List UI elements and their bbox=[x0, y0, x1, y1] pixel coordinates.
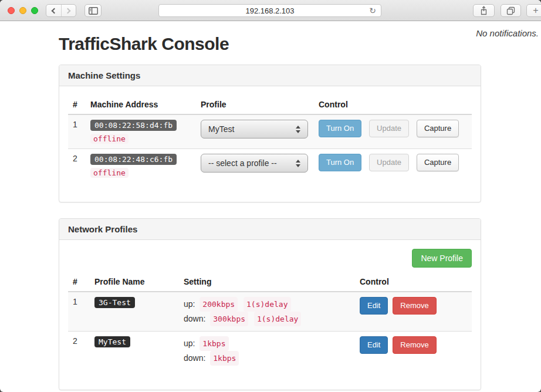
profile-select-value: MyTest bbox=[208, 124, 292, 134]
machine-status-badge: offline bbox=[90, 168, 129, 178]
chevron-right-icon bbox=[65, 8, 71, 13]
minimize-window-button[interactable] bbox=[19, 7, 26, 14]
col-header-setting: Setting bbox=[179, 272, 355, 292]
up-label: up: bbox=[184, 299, 195, 309]
notifications-text: No notifications. bbox=[476, 28, 539, 38]
network-profiles-title: Network Profiles bbox=[59, 219, 481, 240]
share-button[interactable] bbox=[473, 4, 495, 17]
select-arrows-icon bbox=[296, 160, 300, 167]
profile-name-badge: MyTest bbox=[94, 336, 130, 347]
tabs-icon bbox=[506, 6, 515, 15]
profile-select[interactable]: -- select a profile -- bbox=[201, 154, 308, 173]
new-profile-button[interactable]: New Profile bbox=[412, 249, 472, 268]
down-label: down: bbox=[184, 353, 205, 363]
remove-button[interactable]: Remove bbox=[393, 336, 436, 354]
chevron-left-icon bbox=[51, 8, 57, 13]
zoom-window-button[interactable] bbox=[31, 7, 38, 14]
new-tab-button[interactable]: + bbox=[526, 4, 541, 17]
col-header-index: # bbox=[68, 95, 86, 114]
capture-button[interactable]: Capture bbox=[417, 154, 459, 171]
tab-overview-button[interactable] bbox=[501, 4, 521, 17]
profile-row: 1 3G-Test up: 200kbps 1(s)delay down: bbox=[68, 292, 472, 332]
network-profiles-body: New Profile # Profile Name Setting Contr… bbox=[59, 240, 481, 390]
machine-status-badge: offline bbox=[90, 134, 129, 144]
up-label: up: bbox=[184, 339, 195, 348]
mac-address-badge: 00:08:22:58:d4:fb bbox=[90, 120, 177, 131]
page-title: TrafficShark Console bbox=[59, 34, 481, 54]
url-text: 192.168.2.103 bbox=[245, 6, 294, 15]
profile-row: 2 MyTest up: 1kbps down: 1kbps bbox=[68, 332, 472, 371]
profile-select[interactable]: MyTest bbox=[201, 120, 308, 138]
history-nav bbox=[46, 4, 76, 17]
machine-row-index: 1 bbox=[68, 114, 86, 149]
col-header-profile: Profile bbox=[196, 95, 314, 114]
back-button[interactable] bbox=[46, 5, 61, 16]
col-header-control: Control bbox=[314, 95, 472, 114]
machine-settings-panel: Machine Settings # Machine Address Profi… bbox=[59, 65, 481, 202]
machine-settings-body: # Machine Address Profile Control 1 00:0… bbox=[59, 86, 481, 202]
machine-settings-title: Machine Settings bbox=[59, 65, 481, 86]
capture-button[interactable]: Capture bbox=[417, 120, 459, 137]
close-window-button[interactable] bbox=[8, 7, 15, 14]
machine-row: 1 00:08:22:58:d4:fb offline MyTest bbox=[68, 114, 472, 149]
machine-table: # Machine Address Profile Control 1 00:0… bbox=[68, 95, 472, 183]
reload-icon[interactable]: ↻ bbox=[369, 6, 376, 15]
down-value: 1(s)delay bbox=[254, 312, 301, 326]
sidebar-icon bbox=[89, 7, 98, 15]
down-label: down: bbox=[184, 314, 205, 323]
select-arrows-icon bbox=[296, 126, 300, 133]
up-value: 1kbps bbox=[200, 336, 228, 351]
machine-row-index: 2 bbox=[68, 149, 86, 183]
profile-name-badge: 3G-Test bbox=[94, 297, 135, 308]
machine-row: 2 00:08:22:48:c6:fb offline -- select a … bbox=[68, 149, 472, 183]
down-value: 1kbps bbox=[210, 351, 239, 366]
update-button[interactable]: Update bbox=[369, 120, 409, 137]
col-header-control: Control bbox=[355, 272, 472, 292]
col-header-profile-name: Profile Name bbox=[90, 272, 179, 292]
share-icon bbox=[480, 6, 488, 15]
mac-address-badge: 00:08:22:48:c6:fb bbox=[90, 154, 177, 165]
col-header-machine-address: Machine Address bbox=[86, 95, 196, 114]
up-value: 1(s)delay bbox=[244, 297, 290, 312]
remove-button[interactable]: Remove bbox=[393, 297, 436, 315]
profiles-table: # Profile Name Setting Control 1 3G-Test bbox=[68, 272, 472, 370]
down-value: 300kbps bbox=[210, 312, 248, 326]
turn-on-button[interactable]: Turn On bbox=[319, 120, 361, 137]
profile-row-index: 2 bbox=[68, 332, 90, 371]
window-controls bbox=[8, 7, 38, 14]
plus-icon: + bbox=[533, 5, 538, 16]
update-button[interactable]: Update bbox=[369, 154, 409, 171]
sidebar-toggle-button[interactable] bbox=[84, 4, 102, 17]
forward-button[interactable] bbox=[62, 5, 76, 16]
browser-window: { "browser": { "url": "192.168.2.103", "… bbox=[0, 0, 541, 392]
edit-button[interactable]: Edit bbox=[360, 297, 388, 315]
machine-table-header-row: # Machine Address Profile Control bbox=[68, 95, 472, 114]
col-header-index: # bbox=[68, 272, 90, 292]
network-profiles-panel: Network Profiles New Profile # Profile N… bbox=[59, 218, 481, 390]
profiles-table-header-row: # Profile Name Setting Control bbox=[68, 272, 472, 292]
profile-select-value: -- select a profile -- bbox=[208, 158, 292, 168]
page-container: TrafficShark Console Machine Settings # … bbox=[59, 34, 481, 390]
address-bar[interactable]: 192.168.2.103 ↻ bbox=[158, 4, 381, 17]
profile-row-index: 1 bbox=[68, 292, 90, 332]
up-value: 200kbps bbox=[200, 297, 238, 312]
browser-toolbar: 192.168.2.103 ↻ + bbox=[0, 0, 541, 21]
edit-button[interactable]: Edit bbox=[360, 336, 388, 354]
turn-on-button[interactable]: Turn On bbox=[319, 154, 361, 171]
